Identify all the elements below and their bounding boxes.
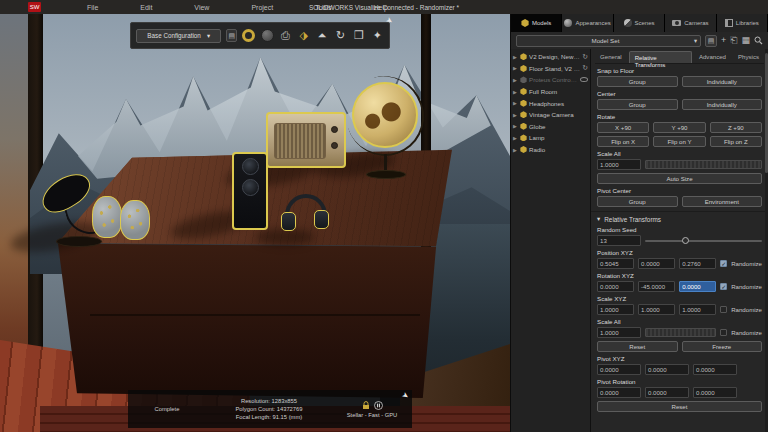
rotation-z-field[interactable]: 0.0000 (679, 281, 716, 292)
headphones-model-right[interactable] (120, 200, 150, 240)
random-seed-slider[interactable] (645, 240, 762, 242)
tree-item-radio[interactable]: ▶ Radio (511, 144, 590, 156)
auto-size-button[interactable]: Auto Size (597, 173, 762, 184)
vintage-camera-model[interactable] (232, 152, 268, 230)
snap-individually-button[interactable]: Individually (682, 76, 763, 87)
appearances-sphere-icon[interactable] (260, 27, 273, 44)
configuration-dropdown[interactable]: Base Configuration ▾ (136, 29, 221, 43)
headphones-model-left[interactable] (92, 196, 122, 238)
expand-caret-icon[interactable]: ▶ (513, 65, 518, 71)
tree-item-vintage-camera[interactable]: ▶ Vintage Camera (511, 109, 590, 121)
scale-x-field[interactable]: 1.0000 (597, 304, 634, 315)
rotate-z90-button[interactable]: Z +90 (710, 122, 762, 133)
position-y-field[interactable]: 0.0000 (638, 258, 675, 269)
position-z-field[interactable]: 0.2760 (679, 258, 716, 269)
lock-icon[interactable] (362, 401, 370, 410)
pause-render-icon[interactable] (374, 401, 383, 410)
rt-scale-all-field[interactable]: 1.0000 (597, 327, 641, 338)
add-model-set-icon[interactable]: + (721, 36, 726, 45)
scale-all-slider[interactable] (645, 160, 762, 169)
save-icon[interactable]: ▦ (741, 36, 750, 45)
tree-item-v2-design[interactable]: ▶ V2 Design, New (D... ↻ (511, 51, 590, 63)
pivot-group-button[interactable]: Group (597, 196, 678, 207)
pivot-x-field[interactable]: 0.0000 (597, 364, 641, 375)
expand-caret-icon[interactable]: ▶ (513, 112, 518, 118)
3d-viewport[interactable]: Base Configuration ▾ ▤ ⎙ ⬗ ⏶ ↻ ❒ ✦ ➤ Com… (0, 14, 510, 432)
rotate-x90-button[interactable]: X +90 (597, 122, 649, 133)
expand-caret-icon[interactable]: ▶ (513, 147, 518, 153)
tree-item-globe[interactable]: ▶ Globe (511, 121, 590, 133)
pivot-rot-z-field[interactable]: 0.0000 (693, 387, 737, 398)
model-set-dropdown[interactable]: Model Set ▾ (516, 35, 701, 47)
reset-all-button[interactable]: Reset (597, 401, 762, 412)
globe-model[interactable] (352, 82, 418, 148)
turntable-icon[interactable]: ↻ (334, 27, 347, 44)
scale-z-field[interactable]: 1.0000 (679, 304, 716, 315)
snap-group-button[interactable]: Group (597, 76, 678, 87)
flip-z-button[interactable]: Flip on Z (710, 136, 762, 147)
scale-all-field[interactable]: 1.0000 (597, 159, 641, 170)
visibility-eye-icon[interactable] (580, 77, 588, 82)
rt-scale-all-randomize-checkbox[interactable] (720, 329, 727, 336)
tab-physics[interactable]: Physics (733, 51, 764, 63)
menu-view[interactable]: View (194, 4, 209, 11)
tree-item-lamp[interactable]: ▶ Lamp (511, 132, 590, 144)
position-randomize-checkbox[interactable]: ✓ (720, 260, 727, 267)
output-tools-icon[interactable]: ⎙ (279, 27, 292, 44)
tab-models[interactable]: Models (511, 14, 562, 32)
pivot-rot-y-field[interactable]: 0.0000 (645, 387, 689, 398)
tab-general[interactable]: General (595, 51, 627, 63)
tab-libraries[interactable]: Libraries (717, 14, 768, 32)
expand-caret-icon[interactable]: ▶ (513, 100, 518, 106)
expand-caret-icon[interactable]: ▶ (513, 54, 518, 60)
expand-caret-icon[interactable]: ▶ (513, 135, 518, 141)
rotation-y-field[interactable]: -45.0000 (638, 281, 675, 292)
slider-knob[interactable] (682, 237, 689, 244)
position-x-field[interactable]: 0.5045 (597, 258, 634, 269)
rotation-x-field[interactable]: 0.0000 (597, 281, 634, 292)
fast-mode-icon[interactable]: ✦ (371, 27, 384, 44)
expand-caret-icon[interactable]: ▶ (513, 123, 518, 129)
pivot-environment-button[interactable]: Environment (682, 196, 763, 207)
export-icon[interactable]: ⬗ (297, 27, 310, 44)
tree-item-full-room[interactable]: ▶ Full Room (511, 86, 590, 98)
menu-project[interactable]: Project (251, 4, 273, 11)
scene-tree-icon[interactable]: ⏶ (316, 27, 329, 44)
statusbar-pin-icon[interactable]: ➤ (400, 390, 411, 401)
search-icon[interactable] (754, 36, 763, 45)
tab-appearances[interactable]: Appearances (562, 14, 613, 32)
radio-model[interactable] (266, 112, 346, 168)
menu-tools[interactable]: Tools (315, 4, 331, 11)
flip-x-button[interactable]: Flip on X (597, 136, 649, 147)
headphone-cup-right[interactable] (314, 210, 329, 229)
scale-y-field[interactable]: 1.0000 (638, 304, 675, 315)
tab-scenes[interactable]: Scenes (614, 14, 665, 32)
lamp-base[interactable] (56, 236, 102, 247)
menu-help[interactable]: Help (374, 4, 388, 11)
center-individually-button[interactable]: Individually (682, 99, 763, 110)
tree-item-floor-stand[interactable]: ▶ Floor Stand, V2 (D... ↻ (511, 63, 590, 75)
pivot-rot-x-field[interactable]: 0.0000 (597, 387, 641, 398)
center-group-button[interactable]: Group (597, 99, 678, 110)
import-icon[interactable]: ⎗ (730, 36, 737, 45)
rt-reset-button[interactable]: Reset (597, 341, 678, 352)
tab-cameras[interactable]: Cameras (665, 14, 716, 32)
tab-advanced[interactable]: Advanced (694, 51, 731, 63)
rotation-randomize-checkbox[interactable]: ✓ (720, 283, 727, 290)
rt-scale-all-slider[interactable] (645, 328, 716, 337)
expand-caret-icon[interactable]: ▶ (513, 77, 518, 83)
rotate-y90-button[interactable]: Y +90 (653, 122, 705, 133)
tree-item-proteus-controller[interactable]: ▶ Proteus Controller (511, 74, 590, 86)
menu-file[interactable]: File (87, 4, 98, 11)
pack-project-icon[interactable]: ❒ (352, 27, 365, 44)
configuration-list-button[interactable]: ▤ (226, 29, 237, 42)
menu-edit[interactable]: Edit (140, 4, 152, 11)
expand-caret-icon[interactable]: ▶ (513, 89, 518, 95)
rt-freeze-button[interactable]: Freeze (682, 341, 763, 352)
tree-item-headphones[interactable]: ▶ Headphones (511, 97, 590, 109)
tab-relative-transforms[interactable]: Relative Transforms (629, 51, 692, 63)
pivot-z-field[interactable]: 0.0000 (693, 364, 737, 375)
scale-randomize-checkbox[interactable] (720, 306, 727, 313)
headphone-cup-left[interactable] (281, 212, 296, 231)
pivot-y-field[interactable]: 0.0000 (645, 364, 689, 375)
